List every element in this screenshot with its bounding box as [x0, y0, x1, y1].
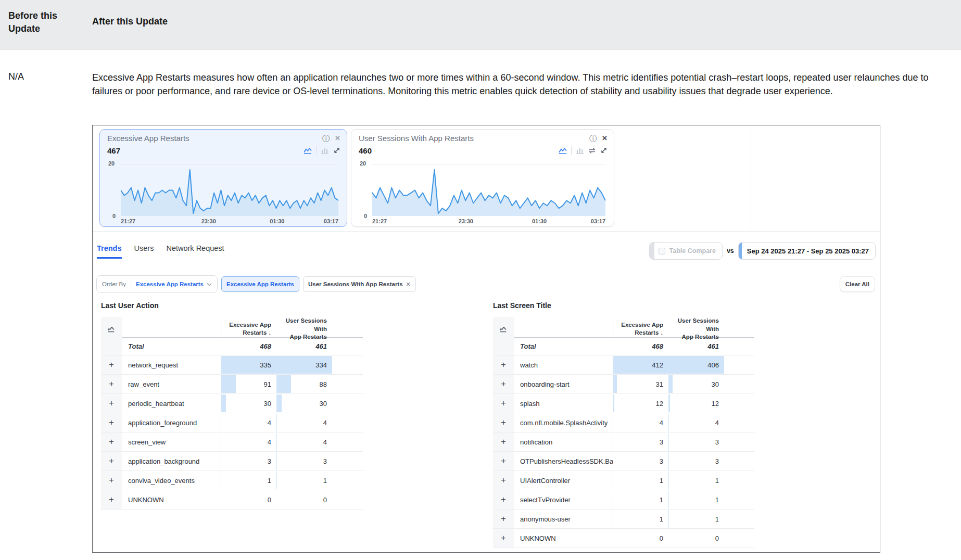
bar-chart-icon[interactable]: [321, 147, 329, 154]
close-icon[interactable]: ✕: [335, 134, 340, 142]
value-bar: [221, 394, 226, 412]
expand-row-icon[interactable]: +: [109, 360, 113, 370]
table-row[interactable]: +screen_view44: [101, 432, 363, 452]
value-text: 461: [707, 342, 719, 350]
row-tail-cell: [724, 529, 754, 548]
table-row[interactable]: +periodic_heartbeat3030: [101, 394, 363, 413]
date-range-picker[interactable]: Sep 24 2025 21:27 - Sep 25 2025 03:27: [738, 242, 876, 260]
card-header: Excessive App Restartsⓘ✕: [107, 134, 342, 145]
expand-cell: +: [493, 432, 514, 451]
line-chart-icon[interactable]: [559, 147, 567, 154]
trend-line-icon[interactable]: [499, 325, 508, 333]
table-header-row: Excessive AppRestarts ↓User Sessions Wit…: [493, 317, 754, 338]
table-compare-toggle[interactable]: Table Compare: [649, 242, 723, 260]
total-tail-cell: [724, 338, 754, 355]
expand-row-icon[interactable]: +: [501, 360, 505, 370]
last-screen-title-table: Last Screen TitleExcessive AppRestarts ↓…: [493, 301, 754, 548]
table-row[interactable]: +UNKNOWN00: [493, 529, 754, 548]
table-row[interactable]: +network_request335334: [101, 355, 363, 375]
card-title: Excessive App Restarts: [107, 134, 189, 143]
expand-row-icon[interactable]: +: [109, 476, 113, 485]
row-value-cell: 12: [668, 394, 724, 413]
expand-row-icon[interactable]: +: [109, 418, 113, 427]
value-text: 406: [707, 361, 719, 369]
table-row[interactable]: +conviva_video_events11: [101, 471, 363, 490]
expand-row-icon[interactable]: +: [501, 514, 505, 524]
value-text: 335: [260, 361, 271, 369]
row-name: screen_view: [122, 432, 221, 451]
metric-chips: Excessive App RestartsUser Sessions With…: [221, 276, 416, 292]
chip-remove-icon[interactable]: ✕: [406, 281, 411, 288]
table-row[interactable]: +OTPublishersHeadlessSDK.Ban...33: [493, 452, 754, 471]
table-row[interactable]: +raw_event9188: [101, 375, 363, 394]
expand-row-icon[interactable]: +: [501, 399, 505, 408]
expand-cell: +: [101, 432, 122, 451]
bar-chart-icon[interactable]: [576, 147, 584, 154]
expand-row-icon[interactable]: +: [501, 379, 505, 389]
sparkline-plot: 200: [372, 164, 605, 216]
value-bar: [276, 452, 277, 470]
expand-row-icon[interactable]: +: [109, 456, 113, 466]
row-value-cell: 1: [221, 471, 276, 490]
row-value-cell: 0: [221, 490, 276, 509]
column-header-line: Excessive App: [229, 321, 271, 329]
row-name: splash: [514, 394, 613, 413]
tab-users[interactable]: Users: [134, 244, 154, 259]
table-row[interactable]: +splash1212: [493, 394, 754, 413]
y-axis-max-label: 20: [360, 160, 366, 167]
table-row[interactable]: +UNKNOWN00: [101, 490, 363, 510]
metric-chip[interactable]: Excessive App Restarts: [221, 276, 299, 292]
value-text: 4: [323, 438, 327, 446]
table-compare-checkbox[interactable]: [659, 248, 665, 254]
table-row[interactable]: +application_foreground44: [101, 413, 363, 432]
expand-row-icon[interactable]: +: [109, 495, 113, 504]
table-row[interactable]: +notification33: [493, 432, 754, 452]
expand-row-icon[interactable]: +: [501, 495, 505, 504]
info-icon[interactable]: ⓘ: [589, 135, 597, 142]
line-chart-icon[interactable]: [304, 147, 312, 154]
expand-row-icon[interactable]: +: [501, 476, 505, 485]
tab-network-request[interactable]: Network Request: [166, 244, 224, 259]
metric-card-1[interactable]: Excessive App Restartsⓘ✕46720021:2723:30…: [99, 129, 347, 227]
column-header-line: User Sessions With: [276, 317, 327, 333]
metric-chip[interactable]: User Sessions With App Restarts✕: [303, 276, 416, 292]
expand-row-icon[interactable]: +: [501, 533, 505, 543]
table-row[interactable]: +application_background33: [101, 452, 363, 471]
row-value-cell: 3: [613, 432, 668, 451]
value-text: 91: [264, 380, 271, 388]
trend-line-icon[interactable]: [107, 325, 116, 333]
expand-icon[interactable]: [600, 147, 608, 154]
value-text: 1: [660, 477, 663, 485]
close-icon[interactable]: ✕: [602, 134, 608, 142]
metric-total-value: 467: [107, 146, 120, 155]
swap-axes-icon[interactable]: [588, 147, 596, 154]
expand-row-icon[interactable]: +: [109, 379, 113, 389]
table-row[interactable]: +onboarding-start3130: [493, 375, 754, 394]
info-icon[interactable]: ⓘ: [322, 135, 330, 142]
tab-trends[interactable]: Trends: [97, 244, 122, 259]
expand-row-icon[interactable]: +: [501, 418, 505, 427]
order-by-dropdown[interactable]: Order By Excessive App Restarts: [96, 275, 218, 293]
expand-row-icon[interactable]: +: [109, 399, 113, 408]
expand-icon[interactable]: [333, 147, 340, 154]
table-row[interactable]: +com.nfl.mobile.SplashActivity44: [493, 413, 754, 432]
row-value-cell: 334: [276, 355, 332, 374]
table-row[interactable]: +selectTvProvider11: [493, 490, 754, 510]
value-text: 334: [315, 361, 327, 369]
expand-row-icon[interactable]: +: [501, 456, 505, 466]
metric-total-value: 460: [359, 146, 372, 155]
value-text: 412: [652, 361, 663, 369]
row-value-cell: 406: [668, 355, 724, 374]
metric-card-2[interactable]: User Sessions With App Restartsⓘ✕4602002…: [351, 129, 614, 227]
table-row[interactable]: +watch412406: [493, 355, 754, 375]
table-row[interactable]: +anonymous-user11: [493, 510, 754, 529]
expand-row-icon[interactable]: +: [109, 437, 113, 447]
value-text: 3: [715, 438, 719, 446]
table-row[interactable]: +UIAlertController11: [493, 471, 754, 490]
expand-row-icon[interactable]: +: [501, 437, 505, 447]
row-name: raw_event: [122, 375, 221, 393]
row-tail-cell: [332, 490, 363, 509]
clear-all-button[interactable]: Clear All: [840, 276, 875, 292]
value-text: 30: [264, 400, 271, 408]
value-bar: [276, 414, 277, 431]
